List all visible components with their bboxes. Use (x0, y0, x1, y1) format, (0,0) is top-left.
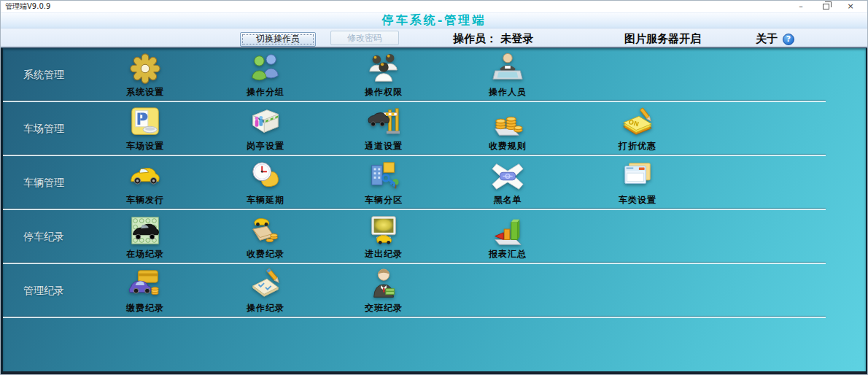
inout-records-icon (366, 214, 401, 247)
menu-item-label: 缴费纪录 (96, 302, 194, 314)
menu-row: 管理纪录 缴费纪录操作纪录交班纪录 (3, 264, 866, 318)
menu-item-label: 操作人员 (459, 86, 557, 98)
window-title: 管理端V9.0.9 (5, 1, 50, 12)
titlebar: 管理端V9.0.9 – × (1, 1, 867, 12)
menu-item-discount-offers[interactable]: 打折优惠 (589, 106, 686, 152)
restore-icon (823, 4, 829, 9)
menu-row: 车场管理 车场设置岗亭设置通道设置收费规则打折优惠 (3, 102, 866, 156)
menu-item-onsite-records[interactable]: 在场纪录 (96, 214, 194, 260)
menu-item-operation-records[interactable]: 操作纪录 (217, 268, 314, 314)
menu-item-label: 操作权限 (335, 86, 433, 98)
menu-item-shift-records[interactable]: 交班纪录 (335, 268, 433, 314)
menu-item-label: 岗亭设置 (217, 140, 314, 152)
menu-item-vehicle-partition[interactable]: 车辆分区 (335, 160, 433, 206)
about-label: 关于 (756, 32, 778, 46)
menu-item-label: 报表汇总 (459, 248, 557, 260)
menu-item-label: 车辆延期 (217, 194, 314, 206)
minimize-button[interactable]: – (788, 1, 813, 12)
menu-item-label: 收费纪录 (217, 248, 314, 260)
vehicle-extension-icon (248, 160, 283, 193)
operator-staff-icon (490, 52, 525, 85)
operator-permissions-icon (366, 52, 401, 85)
parking-lot-settings-icon (128, 106, 163, 139)
category-label: 车场管理 (23, 123, 64, 136)
app-header: 停车系统-管理端 (1, 12, 867, 28)
fee-rules-icon (490, 106, 525, 139)
bottom-border (1, 371, 867, 374)
about-area: 关于 ? (756, 32, 794, 46)
payment-records-icon (128, 268, 163, 301)
onsite-records-icon (128, 214, 163, 247)
menu-row: 系统管理 系统设置操作分组操作权限操作人员 (3, 48, 866, 102)
close-button[interactable]: × (838, 1, 863, 12)
change-password-button[interactable]: 修改密码 (330, 31, 399, 45)
menu-item-label: 操作分组 (217, 86, 314, 98)
operator-status-text: 操作员： 未登录 (453, 32, 533, 46)
menu-item-label: 车场设置 (96, 140, 194, 152)
menu-item-label: 打折优惠 (589, 140, 686, 152)
menu-item-label: 收费规则 (459, 140, 557, 152)
image-server-status-text: 图片服务器开启 (624, 32, 701, 46)
page-title: 停车系统-管理端 (382, 13, 487, 28)
menu-item-booth-settings[interactable]: 岗亭设置 (217, 106, 314, 152)
charge-records-icon (248, 214, 283, 247)
menu-item-label: 车辆发行 (96, 194, 194, 206)
channel-settings-icon (366, 106, 401, 139)
menu-item-label: 操作纪录 (217, 302, 314, 314)
blacklist-icon (490, 160, 525, 193)
menu-item-label: 通道设置 (335, 140, 433, 152)
menu-item-label: 车辆分区 (335, 194, 433, 206)
vehicle-class-icon (620, 160, 655, 193)
category-label: 车辆管理 (23, 177, 64, 190)
menu-item-label: 交班纪录 (335, 302, 433, 314)
menu-item-payment-records[interactable]: 缴费纪录 (96, 268, 194, 314)
toolbar: 切换操作员 修改密码 操作员： 未登录 图片服务器开启 关于 ? (1, 28, 867, 48)
menu-item-operator-permissions[interactable]: 操作权限 (335, 52, 433, 98)
menu-item-vehicle-extension[interactable]: 车辆延期 (217, 160, 314, 206)
menu-item-system-settings[interactable]: 系统设置 (96, 52, 194, 98)
category-label: 停车纪录 (23, 231, 64, 244)
menu-item-report-summary[interactable]: 报表汇总 (459, 214, 557, 260)
category-label: 管理纪录 (23, 285, 64, 298)
menu-item-parking-lot-settings[interactable]: 车场设置 (96, 106, 194, 152)
vehicle-partition-icon (366, 160, 401, 193)
operator-groups-icon (248, 52, 283, 85)
menu-item-fee-rules[interactable]: 收费规则 (459, 106, 557, 152)
maximize-button[interactable] (813, 1, 838, 12)
menu-row: 车辆管理 车辆发行车辆延期车辆分区黑名单车类设置 (3, 156, 866, 210)
vehicle-issue-icon (128, 160, 163, 193)
operation-records-icon (248, 268, 283, 301)
menu-item-charge-records[interactable]: 收费纪录 (217, 214, 314, 260)
menu-rows: 系统管理 系统设置操作分组操作权限操作人员 车场管理 车场设置岗亭设置通道设置收… (1, 48, 867, 371)
menu-item-channel-settings[interactable]: 通道设置 (335, 106, 433, 152)
app-window: 管理端V9.0.9 – × 停车系统-管理端 切换操作员 修改密码 操作员： 未… (0, 0, 868, 375)
menu-item-label: 进出纪录 (335, 248, 433, 260)
system-settings-icon (128, 52, 163, 85)
menu-item-vehicle-issue[interactable]: 车辆发行 (96, 160, 194, 206)
menu-item-operator-staff[interactable]: 操作人员 (459, 52, 557, 98)
menu-item-label: 黑名单 (459, 194, 557, 206)
menu-item-inout-records[interactable]: 进出纪录 (335, 214, 433, 260)
menu-item-label: 车类设置 (589, 194, 686, 206)
shift-records-icon (366, 268, 401, 301)
menu-item-blacklist[interactable]: 黑名单 (459, 160, 557, 206)
menu-item-vehicle-class[interactable]: 车类设置 (589, 160, 686, 206)
help-icon[interactable]: ? (783, 34, 794, 45)
menu-item-operator-groups[interactable]: 操作分组 (217, 52, 314, 98)
menu-item-label: 系统设置 (96, 86, 194, 98)
switch-operator-button[interactable]: 切换操作员 (240, 32, 316, 47)
menu-item-label: 在场纪录 (96, 248, 194, 260)
booth-settings-icon (248, 106, 283, 139)
menu-row: 停车纪录 在场纪录收费纪录进出纪录报表汇总 (3, 210, 866, 264)
discount-offers-icon (620, 106, 655, 139)
category-label: 系统管理 (23, 69, 64, 82)
report-summary-icon (490, 214, 525, 247)
